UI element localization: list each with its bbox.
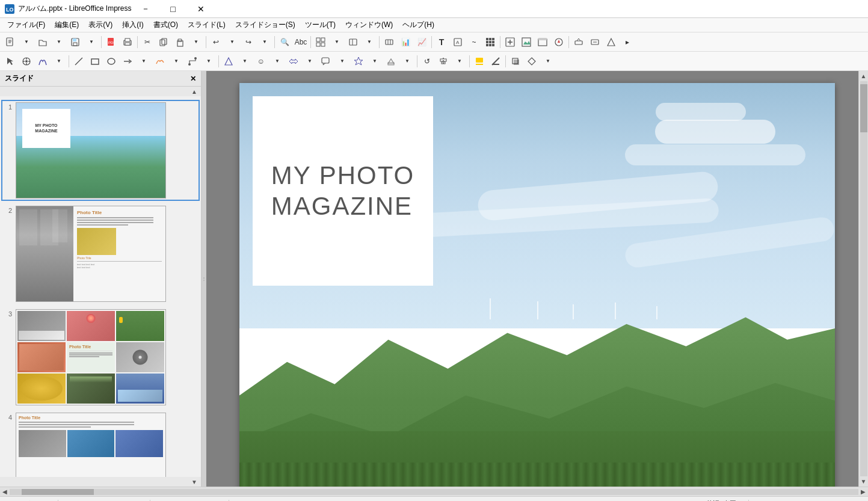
print-button[interactable]	[120, 34, 135, 50]
linecolor-btn[interactable]	[488, 54, 503, 69]
tb-btn6[interactable]: A	[450, 34, 466, 50]
slide-item-3[interactable]: 3	[2, 308, 199, 407]
menu-insert[interactable]: 挿入(I)	[117, 18, 148, 32]
dblrarrow-dropdown[interactable]: ▼	[302, 54, 318, 69]
menu-format[interactable]: 書式(O)	[149, 18, 183, 32]
main-content-box[interactable]: MY PHOTO MAGAZINE	[253, 96, 433, 286]
star-dropdown[interactable]: ▼	[367, 54, 383, 69]
pan-tool[interactable]	[19, 54, 34, 69]
grid-btn[interactable]	[482, 34, 498, 50]
paste-dropdown[interactable]: ▼	[188, 34, 204, 50]
new-dropdown[interactable]: ▼	[19, 34, 34, 50]
tb-dropdown2[interactable]: ▼	[362, 34, 377, 50]
zoom-in-btn[interactable]: ＋	[833, 499, 840, 501]
3d-tool[interactable]	[383, 54, 399, 69]
slide-panel-close[interactable]: ✕	[190, 75, 196, 83]
shadow-btn[interactable]	[508, 54, 523, 69]
hscroll-right-arrow[interactable]: ▶	[858, 487, 868, 496]
freehand-dropdown[interactable]: ▼	[168, 54, 184, 69]
shape-dropdown[interactable]: ▼	[237, 54, 253, 69]
slide-item-2[interactable]: 2 Photo Title	[2, 204, 199, 303]
tb-extra4[interactable]: ▸	[620, 34, 635, 50]
slide-scroll-up[interactable]: ▲	[188, 87, 201, 96]
tb-btn1[interactable]	[313, 34, 328, 50]
tb-insert4[interactable]	[551, 34, 567, 50]
rotate-tool[interactable]: ↺	[419, 54, 435, 69]
tb-extra1[interactable]	[571, 34, 586, 50]
menu-tools[interactable]: ツール(T)	[300, 18, 340, 32]
select-tool[interactable]	[2, 54, 18, 69]
arrow-tool[interactable]	[120, 54, 135, 69]
fillcolor-btn[interactable]	[472, 54, 487, 69]
scroll-thumb[interactable]	[860, 84, 867, 132]
slide-thumb-2[interactable]: Photo Title Photo Title text text text t…	[16, 206, 166, 302]
save-button[interactable]	[67, 34, 83, 50]
line-tool[interactable]	[71, 54, 87, 69]
new-button[interactable]	[2, 34, 18, 50]
redo-dropdown[interactable]: ▼	[257, 34, 272, 50]
copy-button[interactable]	[156, 34, 171, 50]
menu-window[interactable]: ウィンドウ(W)	[340, 18, 398, 32]
3d-dropdown[interactable]: ▼	[399, 54, 415, 69]
scroll-down-arrow[interactable]: ▼	[859, 476, 868, 487]
find-button[interactable]: 🔍	[277, 34, 292, 50]
main-slide[interactable]: MY PHOTO MAGAZINE	[239, 83, 835, 487]
undo-dropdown[interactable]: ▼	[224, 34, 240, 50]
menu-file[interactable]: ファイル(F)	[2, 18, 50, 32]
open-button[interactable]	[35, 34, 51, 50]
slide-thumb-4[interactable]: Photo Title	[16, 413, 166, 477]
menu-view[interactable]: 表示(V)	[84, 18, 117, 32]
cut-button[interactable]: ✂	[140, 34, 155, 50]
tb-btn2[interactable]	[345, 34, 361, 50]
slide-thumb-3[interactable]: Photo Title	[16, 309, 166, 405]
slide-item-4[interactable]: 4 Photo Title	[2, 411, 199, 477]
pdf-button[interactable]: PDF	[103, 34, 119, 50]
text-btn[interactable]: T	[434, 34, 449, 50]
tb-btn3[interactable]	[381, 34, 397, 50]
tb-insert2[interactable]	[519, 34, 534, 50]
tb-dropdown1[interactable]: ▼	[329, 34, 345, 50]
panel-splitter[interactable]: ⋮	[202, 71, 206, 487]
shape-tool[interactable]	[221, 54, 236, 69]
tb-btn7[interactable]: ~	[466, 34, 482, 50]
redo-button[interactable]: ↪	[241, 34, 256, 50]
menu-help[interactable]: ヘルプ(H)	[398, 18, 439, 32]
hscroll-thumb[interactable]	[22, 489, 94, 495]
open-dropdown[interactable]: ▼	[51, 34, 67, 50]
slide-item-1[interactable]: 1 MY PHOTOMAGAZINE	[2, 101, 199, 200]
paste-button[interactable]	[172, 34, 188, 50]
connector-tool[interactable]	[185, 54, 200, 69]
tb-extra3[interactable]	[603, 34, 619, 50]
menu-slideshow[interactable]: スライドショー(S)	[230, 18, 300, 32]
callout-tool[interactable]	[318, 54, 334, 69]
star-tool[interactable]	[351, 54, 366, 69]
draw-extra-dropdown[interactable]: ▼	[540, 54, 556, 69]
callout-dropdown[interactable]: ▼	[334, 54, 350, 69]
spellcheck-button[interactable]: Abc	[293, 34, 309, 50]
effects-tool[interactable]	[35, 54, 51, 69]
freehand-tool[interactable]	[152, 54, 168, 69]
align-tool[interactable]	[436, 54, 451, 69]
tb-btn5[interactable]: 📈	[414, 34, 429, 50]
symbol-tool[interactable]: ☺	[253, 54, 269, 69]
tb-insert1[interactable]	[502, 34, 518, 50]
slide-scroll-down[interactable]: ▼	[188, 478, 201, 487]
tb-draw-extra[interactable]	[524, 54, 540, 69]
save-dropdown[interactable]: ▼	[84, 34, 99, 50]
symbol-dropdown[interactable]: ▼	[269, 54, 285, 69]
tb-btn4[interactable]: 📊	[398, 34, 413, 50]
hscroll-left-arrow[interactable]: ◀	[0, 487, 10, 496]
arrow-dropdown[interactable]: ▼	[136, 54, 152, 69]
zoom-out-btn[interactable]: －	[759, 499, 766, 501]
tb-extra2[interactable]	[587, 34, 603, 50]
undo-button[interactable]: ↩	[208, 34, 224, 50]
tb-insert3[interactable]	[535, 34, 550, 50]
scroll-up-arrow[interactable]: ▲	[859, 71, 868, 81]
effects-dropdown[interactable]: ▼	[51, 54, 67, 69]
ellipse-tool[interactable]	[103, 54, 119, 69]
menu-edit[interactable]: 編集(E)	[50, 18, 84, 32]
dblrarrow-tool[interactable]	[286, 54, 301, 69]
minimize-button[interactable]: －	[132, 0, 159, 18]
slide-thumb-1[interactable]: MY PHOTOMAGAZINE	[16, 102, 166, 198]
connector-dropdown[interactable]: ▼	[201, 54, 217, 69]
